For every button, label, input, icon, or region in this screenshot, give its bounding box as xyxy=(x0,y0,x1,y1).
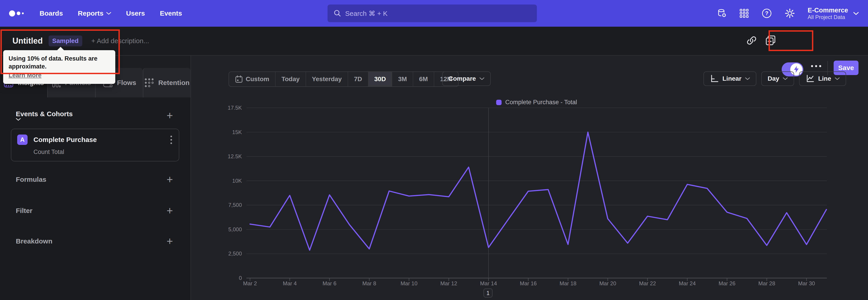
y-tick-label: 17.5K xyxy=(213,105,242,111)
y-tick-label: 10K xyxy=(213,178,242,184)
chevron-down-icon xyxy=(106,12,111,15)
events-cohorts-header[interactable]: Events & Cohorts xyxy=(16,110,76,121)
tooltip-text: Using 10% of data. Results are approxima… xyxy=(8,55,110,70)
x-tick-label: Mar 16 xyxy=(511,280,545,287)
help-icon[interactable]: ? xyxy=(762,8,772,19)
formulas-header: Formulas xyxy=(16,176,46,183)
y-tick-label: 2,500 xyxy=(213,250,242,257)
x-tick-label: Mar 26 xyxy=(710,280,744,287)
apps-grid-icon[interactable] xyxy=(739,8,749,18)
event-card[interactable]: A Complete Purchase Count Total xyxy=(11,129,179,161)
range-6m[interactable]: 6M xyxy=(413,72,434,86)
x-tick-label: Mar 20 xyxy=(591,280,625,287)
event-letter-badge: A xyxy=(17,134,28,145)
x-tick-label: Mar 4 xyxy=(273,280,307,287)
event-options-icon[interactable] xyxy=(169,135,173,145)
x-tick-label: Mar 18 xyxy=(551,280,585,287)
nav-right-group: ? E-Commerce All Project Data xyxy=(717,0,859,27)
add-to-board-icon[interactable] xyxy=(765,35,777,47)
nav-item-users[interactable]: Users xyxy=(126,9,145,17)
svg-text:?: ? xyxy=(765,10,769,16)
breakdown-header: Breakdown xyxy=(16,237,53,245)
project-switcher[interactable]: E-Commerce All Project Data xyxy=(808,6,859,20)
nav-item-reports[interactable]: Reports xyxy=(78,9,111,17)
event-metric[interactable]: Count Total xyxy=(33,149,173,155)
sampling-tooltip: Using 10% of data. Results are approxima… xyxy=(3,50,115,84)
search-placeholder: Search ⌘ + K xyxy=(345,9,388,18)
x-tick-label: Mar 14 xyxy=(471,280,505,287)
range-7d[interactable]: 7D xyxy=(348,72,368,86)
interval-selector[interactable]: Day xyxy=(761,71,794,86)
x-tick-label: Mar 28 xyxy=(750,280,784,287)
nav-item-events[interactable]: Events xyxy=(160,9,182,17)
range-3m[interactable]: 3M xyxy=(392,72,413,86)
retention-icon xyxy=(144,78,154,88)
project-name: E-Commerce xyxy=(808,6,848,14)
y-tick-label: 7,500 xyxy=(213,202,242,208)
x-tick-label: Mar 10 xyxy=(392,280,426,287)
data-management-icon[interactable] xyxy=(717,8,727,18)
scale-selector[interactable]: Linear xyxy=(704,71,756,86)
x-tick-label: Mar 6 xyxy=(313,280,346,287)
x-tick-label: Mar 22 xyxy=(631,280,664,287)
linear-axis-icon xyxy=(710,74,719,83)
top-nav-bar: BoardsReportsUsersEvents Search ⌘ + K ? xyxy=(0,0,868,27)
range-30d[interactable]: 30D xyxy=(368,72,392,86)
mixpanel-logo[interactable] xyxy=(9,10,24,17)
chart-page-indicator[interactable]: 1 xyxy=(484,289,493,298)
range-custom[interactable]: Custom xyxy=(229,72,275,86)
settings-gear-icon[interactable] xyxy=(784,8,795,19)
more-options-icon[interactable] xyxy=(811,65,821,67)
sampled-badge[interactable]: Sampled xyxy=(49,35,82,46)
calendar-icon xyxy=(235,75,243,83)
query-sidebar: InsightsFunnelsFlowsRetention Events & C… xyxy=(0,56,191,300)
series-line[interactable] xyxy=(250,132,827,250)
report-header-bar: Untitled Sampled + Add description... Sa… xyxy=(0,27,868,56)
nav-item-boards[interactable]: Boards xyxy=(39,9,63,17)
report-title[interactable]: Untitled xyxy=(12,36,43,46)
line-chart[interactable] xyxy=(240,99,836,287)
learn-more-link[interactable]: Learn More xyxy=(8,72,41,79)
line-chart-icon xyxy=(805,74,814,83)
event-name: Complete Purchase xyxy=(33,136,169,144)
chevron-down-icon xyxy=(853,11,859,15)
primary-nav: BoardsReportsUsersEvents xyxy=(39,9,182,17)
tab-retention[interactable]: Retention xyxy=(143,68,191,97)
x-tick-label: Mar 24 xyxy=(670,280,704,287)
add-event-button[interactable]: + xyxy=(166,110,173,121)
project-scope: All Project Data xyxy=(808,14,848,20)
range-today[interactable]: Today xyxy=(275,72,305,86)
x-tick-label: Mar 30 xyxy=(789,280,824,287)
compare-button[interactable]: Compare xyxy=(442,71,491,86)
search-icon xyxy=(333,9,342,18)
range-yesterday[interactable]: Yesterday xyxy=(306,72,348,86)
add-breakdown-button[interactable]: + xyxy=(166,236,173,247)
y-tick-label: 5,000 xyxy=(213,226,242,233)
y-tick-label: 12.5K xyxy=(213,153,242,160)
chart-type-selector[interactable]: Line xyxy=(799,71,846,86)
add-formula-button[interactable]: + xyxy=(166,174,173,185)
query-panel: Events & Cohorts + A Complete Purchase C… xyxy=(0,97,191,300)
add-description-field[interactable]: + Add description... xyxy=(91,37,149,45)
add-filter-button[interactable]: + xyxy=(166,205,173,216)
search-input[interactable]: Search ⌘ + K xyxy=(328,4,537,22)
x-tick-label: Mar 8 xyxy=(352,280,386,287)
chevron-down-icon xyxy=(16,118,76,121)
date-range-control: CustomTodayYesterday7D30D3M6M12M xyxy=(228,71,459,87)
copy-link-icon[interactable] xyxy=(746,35,757,46)
filter-header: Filter xyxy=(16,207,32,214)
y-tick-label: 15K xyxy=(213,129,242,136)
x-tick-label: Mar 2 xyxy=(233,280,267,287)
chart-display-controls: Linear Day Line xyxy=(704,71,846,86)
x-tick-label: Mar 12 xyxy=(432,280,466,287)
